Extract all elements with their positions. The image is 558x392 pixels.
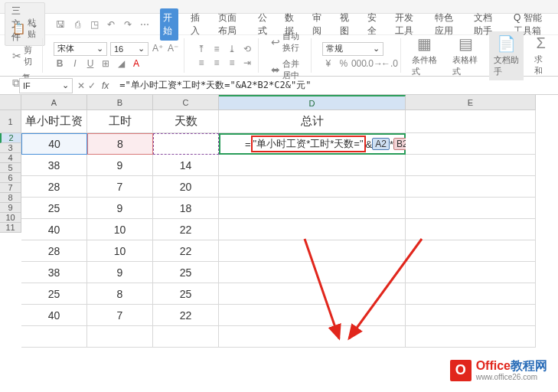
cell-b5[interactable]: 9 — [87, 198, 153, 219]
cell-b10[interactable]: 7 — [87, 305, 153, 326]
formula-input[interactable]: ="单小时工资*工时*天数="&A2*B2*C2&"元" — [116, 79, 558, 92]
cell-a9[interactable]: 25 — [21, 283, 87, 305]
row-header-7[interactable]: 7 — [0, 183, 21, 193]
align-left-icon[interactable]: ≡ — [195, 57, 207, 69]
col-header-d[interactable]: D — [219, 95, 406, 110]
align-center-icon[interactable]: ≡ — [210, 57, 223, 69]
col-header-a[interactable]: A — [21, 95, 87, 110]
cell-d2-editing[interactable]: = "单小时工资*工时*天数=" & A2 * B2 * C2 & "元" — [219, 133, 406, 155]
cell-c1[interactable]: 天数 — [153, 110, 219, 133]
cell-e4[interactable] — [406, 176, 536, 198]
cell-b3[interactable]: 9 — [87, 155, 153, 176]
cell-d7[interactable] — [219, 240, 406, 262]
cell-b2[interactable]: 8 — [87, 133, 153, 155]
cell-a3[interactable]: 38 — [21, 155, 87, 176]
cut-button[interactable]: ✂ 剪切 — [11, 43, 38, 69]
percent-icon[interactable]: % — [338, 57, 350, 70]
cell-e2[interactable] — [406, 133, 536, 155]
save-icon[interactable]: 🖫 — [54, 19, 67, 30]
cell-c2[interactable] — [153, 133, 219, 155]
italic-icon[interactable]: I — [69, 57, 81, 70]
cell-c5[interactable]: 18 — [153, 198, 219, 219]
row-header-4[interactable]: 4 — [0, 153, 21, 163]
align-right-icon[interactable]: ≡ — [226, 57, 238, 69]
cell-d9[interactable] — [219, 283, 406, 305]
tab-start[interactable]: 开始 — [160, 8, 178, 41]
cell-a11[interactable] — [21, 326, 87, 348]
increase-decimal-icon[interactable]: .0→ — [368, 57, 380, 70]
cancel-icon[interactable]: ✕ — [77, 80, 85, 91]
cell-b11[interactable] — [87, 326, 153, 348]
cell-a7[interactable]: 28 — [21, 240, 87, 262]
decrease-decimal-icon[interactable]: ←.0 — [383, 57, 396, 70]
cell-d6[interactable] — [219, 219, 406, 240]
cell-c9[interactable]: 25 — [153, 283, 219, 305]
confirm-icon[interactable]: ✓ — [88, 80, 96, 91]
doc-helper-button[interactable]: 📄 文档助手 — [489, 31, 524, 80]
tab-security[interactable]: 安全 — [364, 8, 383, 41]
cell-a5[interactable]: 25 — [21, 198, 87, 219]
cell-e11[interactable] — [406, 326, 536, 348]
col-header-c[interactable]: C — [153, 95, 219, 110]
select-all-corner[interactable] — [0, 95, 21, 110]
cell-c11[interactable] — [153, 326, 219, 348]
cell-d10[interactable] — [219, 305, 406, 326]
row-header-6[interactable]: 6 — [0, 173, 21, 183]
align-middle-icon[interactable]: ≡ — [210, 43, 223, 55]
cell-c6[interactable]: 22 — [153, 219, 219, 240]
font-color-icon[interactable]: A — [130, 57, 142, 70]
wrap-text-button[interactable]: ↩ 自动换行 — [269, 29, 306, 55]
conditional-format-button[interactable]: ▦ 条件格式 — [407, 31, 442, 80]
align-bottom-icon[interactable]: ⤓ — [226, 43, 238, 55]
orientation-icon[interactable]: ⟲ — [241, 43, 253, 55]
cell-c3[interactable]: 14 — [153, 155, 219, 176]
fill-color-icon[interactable]: ◢ — [115, 57, 127, 70]
cell-b8[interactable]: 9 — [87, 262, 153, 283]
cell-b7[interactable]: 10 — [87, 240, 153, 262]
row-header-5[interactable]: 5 — [0, 163, 21, 173]
indent-icon[interactable]: ⇥ — [241, 57, 253, 69]
cell-c4[interactable]: 20 — [153, 176, 219, 198]
name-box[interactable]: IF ⌄ — [19, 78, 73, 93]
undo-icon[interactable]: ↶ — [105, 19, 117, 30]
preview-icon[interactable]: ◳ — [88, 19, 100, 30]
cell-e5[interactable] — [406, 198, 536, 219]
font-size-combo[interactable]: 16⌄ — [110, 42, 148, 56]
print-icon[interactable]: ⎙ — [71, 19, 83, 30]
cell-b4[interactable]: 7 — [87, 176, 153, 198]
cell-e9[interactable] — [406, 283, 536, 305]
tab-view[interactable]: 视图 — [337, 8, 355, 41]
tab-insert[interactable]: 插入 — [188, 8, 206, 41]
cell-a10[interactable]: 40 — [21, 305, 87, 326]
border-icon[interactable]: ⊞ — [100, 57, 112, 70]
tab-page-layout[interactable]: 页面布局 — [215, 8, 246, 41]
redo-icon[interactable]: ↷ — [122, 19, 134, 30]
cell-d11[interactable] — [219, 326, 406, 348]
cell-c10[interactable]: 22 — [153, 305, 219, 326]
paste-button[interactable]: 📋 粘贴 — [11, 15, 38, 41]
cell-d4[interactable] — [219, 176, 406, 198]
increase-font-icon[interactable]: A⁺ — [152, 42, 164, 54]
fx-button[interactable]: fx — [99, 80, 112, 91]
row-header-9[interactable]: 9 — [0, 203, 21, 213]
cell-e10[interactable] — [406, 305, 536, 326]
underline-icon[interactable]: U — [84, 57, 96, 70]
number-format-combo[interactable]: 常规⌄ — [322, 42, 383, 56]
align-top-icon[interactable]: ⤒ — [195, 43, 207, 55]
cell-a6[interactable]: 40 — [21, 219, 87, 240]
cell-e7[interactable] — [406, 240, 536, 262]
cell-c8[interactable]: 25 — [153, 262, 219, 283]
more-icon[interactable]: ⋯ — [139, 19, 151, 30]
comma-icon[interactable]: 000 — [353, 57, 365, 70]
row-header-10[interactable]: 10 — [0, 213, 21, 223]
font-name-combo[interactable]: 宋体⌄ — [54, 42, 107, 56]
sum-button[interactable]: Σ 求和 — [530, 31, 552, 80]
cell-a1[interactable]: 单小时工资 — [21, 110, 87, 133]
table-style-button[interactable]: ▤ 表格样式 — [448, 31, 482, 80]
row-header-2[interactable]: 2 — [0, 133, 21, 143]
row-header-1[interactable]: 1 — [0, 110, 21, 133]
cell-b6[interactable]: 10 — [87, 219, 153, 240]
row-header-8[interactable]: 8 — [0, 193, 21, 203]
row-header-3[interactable]: 3 — [0, 143, 21, 153]
decrease-font-icon[interactable]: A⁻ — [167, 42, 179, 54]
